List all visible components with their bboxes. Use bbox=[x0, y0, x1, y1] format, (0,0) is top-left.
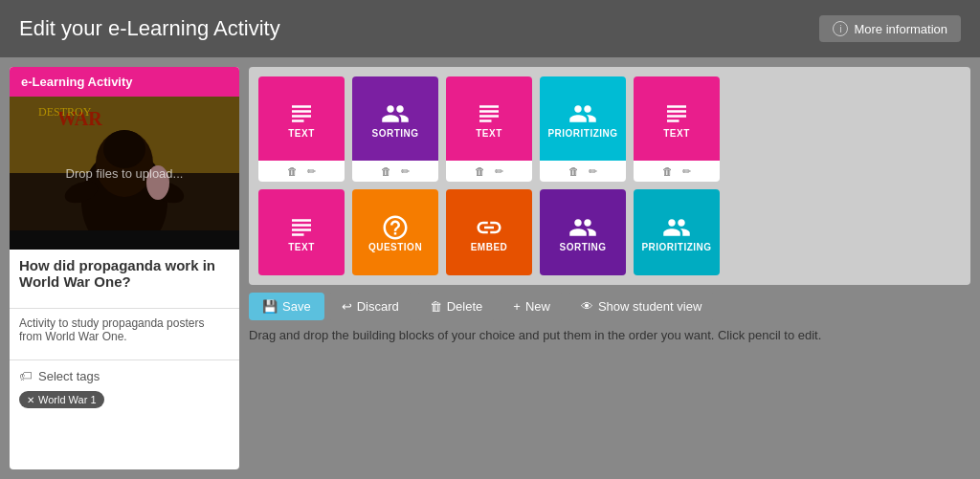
more-info-label: More information bbox=[854, 22, 947, 36]
block-prioritizing-2-label: PRIORITIZING bbox=[641, 242, 711, 252]
discard-button[interactable]: ↩ Discard bbox=[328, 293, 412, 320]
block-question-1-label: QUESTION bbox=[368, 242, 422, 252]
block-embed-1-label: EMBED bbox=[471, 242, 508, 252]
drop-overlay[interactable]: Drop files to upload... bbox=[10, 97, 239, 250]
block-text-3-top[interactable]: TEXT bbox=[634, 76, 720, 161]
block-text-1-controls: 🗑 ✏ bbox=[258, 161, 345, 182]
block-prioritizing-1-label: PRIORITIZING bbox=[547, 128, 617, 139]
info-icon: i bbox=[833, 21, 848, 36]
delete-sorting-1-icon[interactable]: 🗑 bbox=[381, 165, 391, 177]
tag-chip[interactable]: ✕ World War 1 bbox=[19, 391, 104, 408]
block-prioritizing-1-controls: 🗑 ✏ bbox=[540, 161, 626, 182]
blocks-row-1: TEXT 🗑 ✏ SORTING 🗑 ✏ bbox=[258, 76, 961, 182]
block-sorting-1-label: SORTING bbox=[371, 128, 418, 139]
tag-label: World War 1 bbox=[38, 394, 97, 405]
block-text-2: TEXT 🗑 ✏ bbox=[446, 76, 532, 182]
block-sorting-1: SORTING 🗑 ✏ bbox=[352, 76, 438, 182]
remove-tag-icon[interactable]: ✕ bbox=[27, 395, 34, 405]
image-area[interactable]: WAR DESTROY Drop files to upload... bbox=[10, 97, 239, 250]
block-sorting-1-controls: 🗑 ✏ bbox=[352, 161, 438, 182]
block-question-1[interactable]: QUESTION bbox=[352, 189, 438, 275]
block-sorting-2[interactable]: SORTING bbox=[540, 189, 626, 275]
text-icon-4 bbox=[287, 213, 316, 242]
edit-sorting-1-icon[interactable]: ✏ bbox=[401, 165, 410, 178]
embed-icon-1 bbox=[475, 213, 503, 242]
question-icon-1 bbox=[381, 213, 410, 242]
block-text-2-label: TEXT bbox=[476, 128, 502, 139]
block-text-3-controls: 🗑 ✏ bbox=[634, 161, 720, 182]
prioritizing-icon-1 bbox=[568, 99, 597, 128]
left-panel: e-Learning Activity WAR DESTROY bbox=[10, 67, 239, 469]
block-embed-1[interactable]: EMBED bbox=[446, 189, 532, 275]
block-text-2-top[interactable]: TEXT bbox=[446, 76, 532, 161]
block-sorting-1-top[interactable]: SORTING bbox=[352, 76, 438, 161]
block-text-1-label: TEXT bbox=[288, 128, 315, 139]
block-prioritizing-1: PRIORITIZING 🗑 ✏ bbox=[540, 76, 626, 182]
activity-title-input[interactable]: How did propaganda work in World War One… bbox=[10, 250, 239, 309]
delete-block-3-icon[interactable]: 🗑 bbox=[662, 165, 673, 177]
delete-block-2-icon[interactable]: 🗑 bbox=[475, 165, 485, 177]
delete-icon: 🗑 bbox=[430, 299, 442, 314]
block-text-3-label: TEXT bbox=[663, 128, 690, 139]
discard-icon: ↩ bbox=[342, 299, 352, 314]
block-text-1-top[interactable]: TEXT bbox=[258, 76, 345, 161]
save-icon: 💾 bbox=[262, 299, 278, 314]
eye-icon: 👁 bbox=[581, 299, 593, 314]
delete-block-1-icon[interactable]: 🗑 bbox=[287, 165, 298, 177]
delete-prioritizing-1-icon[interactable]: 🗑 bbox=[568, 165, 579, 177]
select-tags-button[interactable]: 🏷 Select tags bbox=[10, 360, 239, 391]
text-icon-3 bbox=[662, 99, 691, 128]
page-title: Edit your e-Learning Activity bbox=[19, 16, 280, 41]
block-sorting-2-label: SORTING bbox=[559, 242, 606, 252]
new-button[interactable]: + New bbox=[500, 293, 564, 320]
edit-block-2-icon[interactable]: ✏ bbox=[495, 165, 503, 178]
save-button[interactable]: 💾 Save bbox=[249, 293, 324, 320]
activity-description-input[interactable]: Activity to study propaganda posters fro… bbox=[10, 309, 239, 360]
tag-icon: 🏷 bbox=[19, 368, 33, 383]
block-prioritizing-2[interactable]: PRIORITIZING bbox=[634, 189, 720, 275]
main-content: e-Learning Activity WAR DESTROY bbox=[0, 57, 980, 479]
block-text-2-controls: 🗑 ✏ bbox=[446, 161, 532, 182]
edit-block-1-icon[interactable]: ✏ bbox=[307, 165, 316, 178]
edit-prioritizing-1-icon[interactable]: ✏ bbox=[589, 165, 597, 178]
delete-button[interactable]: 🗑 Delete bbox=[416, 293, 497, 320]
right-panel: TEXT 🗑 ✏ SORTING 🗑 ✏ bbox=[249, 67, 970, 469]
instructions-text: Drag and drop the building blocks of you… bbox=[249, 328, 970, 342]
student-view-button[interactable]: 👁 Show student view bbox=[568, 293, 715, 320]
block-text-3: TEXT 🗑 ✏ bbox=[634, 76, 720, 182]
panel-header: e-Learning Activity bbox=[10, 67, 239, 97]
block-text-4[interactable]: TEXT bbox=[258, 189, 345, 275]
block-text-4-label: TEXT bbox=[288, 242, 315, 252]
tag-chips-container: ✕ World War 1 bbox=[10, 391, 239, 416]
prioritizing-icon-2 bbox=[662, 213, 691, 242]
sorting-icon-2 bbox=[568, 213, 597, 242]
block-prioritizing-1-top[interactable]: PRIORITIZING bbox=[540, 76, 626, 161]
edit-block-3-icon[interactable]: ✏ bbox=[682, 165, 691, 178]
more-info-button[interactable]: i More information bbox=[819, 15, 961, 42]
plus-icon: + bbox=[513, 299, 521, 314]
text-icon-1 bbox=[287, 99, 316, 128]
blocks-container: TEXT 🗑 ✏ SORTING 🗑 ✏ bbox=[249, 67, 970, 285]
toolbar: 💾 Save ↩ Discard 🗑 Delete + New 👁 Show s… bbox=[249, 293, 970, 320]
sorting-icon-1 bbox=[381, 99, 410, 128]
text-icon-2 bbox=[475, 99, 503, 128]
page-header: Edit your e-Learning Activity i More inf… bbox=[0, 0, 980, 57]
blocks-row-2: TEXT QUESTION EMBED SORTING bbox=[258, 189, 961, 275]
block-text-1: TEXT 🗑 ✏ bbox=[258, 76, 345, 182]
